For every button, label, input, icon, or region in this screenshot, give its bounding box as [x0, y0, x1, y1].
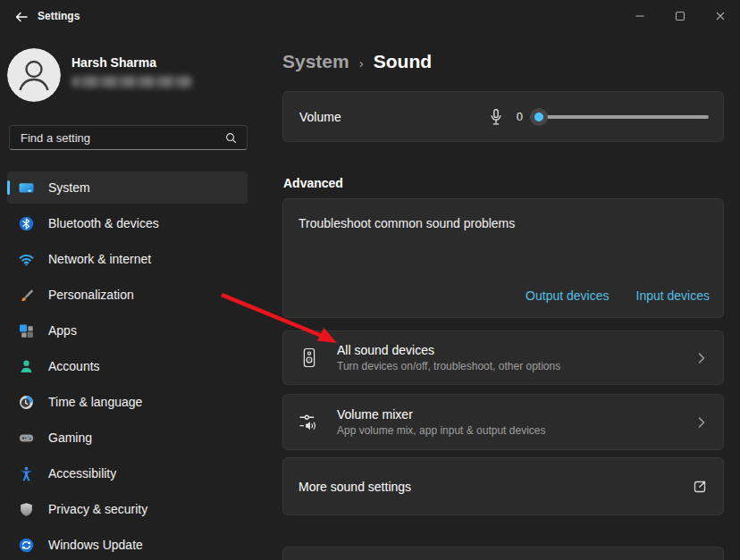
person-icon	[19, 359, 34, 374]
search-input[interactable]	[21, 131, 224, 145]
sidebar-item-label: Accounts	[48, 359, 100, 373]
microphone-icon[interactable]	[487, 108, 505, 126]
titlebar: Settings	[0, 0, 740, 32]
page-title: Sound	[374, 51, 432, 72]
volume-controls: 0	[487, 108, 709, 126]
sidebar-item-windows-update[interactable]: Windows Update	[7, 529, 248, 560]
external-link-icon	[692, 479, 708, 495]
shield-icon	[19, 502, 34, 517]
more-sound-settings-row[interactable]: More sound settings	[282, 457, 724, 515]
sidebar-item-gaming[interactable]: Gaming	[7, 422, 248, 454]
sidebar-item-label: Privacy & security	[48, 502, 147, 516]
close-button[interactable]	[700, 0, 740, 32]
advanced-heading: Advanced	[283, 176, 343, 190]
update-icon	[19, 538, 34, 553]
sidebar-item-privacy-security[interactable]: Privacy & security	[7, 493, 248, 525]
volume-mixer-icon	[299, 412, 320, 433]
sidebar-nav: System Bluetooth & devices Network & int…	[7, 171, 248, 560]
user-name: Harsh Sharma	[71, 55, 156, 70]
volume-card: Volume 0	[282, 91, 724, 142]
close-icon	[715, 11, 726, 21]
sidebar: Harsh Sharma System Bluetooth & devices	[0, 32, 261, 560]
input-devices-link[interactable]: Input devices	[636, 288, 711, 303]
user-email-redacted	[71, 76, 193, 88]
sidebar-item-label: Network & internet	[48, 252, 151, 266]
slider-track[interactable]	[530, 115, 709, 119]
partial-card	[282, 547, 724, 560]
window-controls	[619, 0, 740, 32]
back-arrow-icon	[14, 10, 29, 24]
sidebar-item-label: Apps	[48, 323, 77, 338]
paintbrush-icon	[19, 288, 34, 303]
app-title: Settings	[38, 0, 80, 32]
avatar	[7, 48, 61, 102]
search-box	[9, 125, 248, 150]
row-title: More sound settings	[299, 480, 411, 494]
minimize-button[interactable]	[619, 0, 660, 32]
sidebar-item-bluetooth-devices[interactable]: Bluetooth & devices	[7, 207, 248, 239]
maximize-icon	[675, 11, 685, 21]
selection-indicator	[7, 180, 10, 195]
sidebar-item-label: System	[48, 180, 90, 195]
row-title: All sound devices	[337, 343, 560, 357]
troubleshoot-title: Troubleshoot common sound problems	[299, 216, 708, 230]
sidebar-item-label: Bluetooth & devices	[48, 216, 159, 230]
sidebar-item-accounts[interactable]: Accounts	[7, 350, 248, 382]
volume-label: Volume	[299, 110, 341, 124]
chevron-right-icon	[694, 415, 709, 430]
breadcrumb-system[interactable]: System	[282, 51, 349, 72]
main-content: System › Sound Volume 0 Advanced Trouble…	[282, 32, 724, 560]
troubleshoot-card: Troubleshoot common sound problems Outpu…	[282, 198, 724, 318]
troubleshoot-links: Output devices Input devices	[526, 288, 710, 303]
back-button[interactable]	[9, 6, 34, 28]
sidebar-item-label: Windows Update	[48, 538, 143, 552]
accessibility-icon	[19, 466, 34, 481]
volume-slider[interactable]	[530, 108, 709, 126]
output-devices-link[interactable]: Output devices	[526, 288, 609, 303]
sidebar-item-system[interactable]: System	[7, 171, 248, 204]
sidebar-item-label: Accessibility	[48, 466, 116, 481]
volume-mixer-row[interactable]: Volume mixer App volume mix, app input &…	[282, 394, 724, 450]
system-icon	[19, 180, 34, 196]
bluetooth-icon	[19, 216, 34, 231]
all-sound-devices-row[interactable]: All sound devices Turn devices on/off, t…	[282, 330, 724, 385]
chevron-right-icon	[694, 351, 709, 365]
sidebar-item-network-internet[interactable]: Network & internet	[7, 243, 248, 275]
sidebar-item-apps[interactable]: Apps	[7, 314, 248, 347]
sidebar-item-time-language[interactable]: Time & language	[7, 386, 248, 418]
sidebar-item-personalization[interactable]: Personalization	[7, 279, 248, 311]
search-icon	[224, 131, 238, 145]
gamepad-icon	[19, 430, 34, 446]
sidebar-item-accessibility[interactable]: Accessibility	[7, 457, 248, 489]
row-subtitle: Turn devices on/off, troubleshoot, other…	[337, 360, 560, 372]
breadcrumb: System › Sound	[282, 51, 432, 72]
minimize-icon	[635, 11, 645, 21]
clock-globe-icon	[19, 395, 34, 410]
breadcrumb-separator-icon: ›	[359, 55, 364, 71]
apps-icon	[19, 323, 34, 339]
slider-thumb[interactable]	[530, 108, 548, 126]
row-subtitle: App volume mix, app input & output devic…	[337, 424, 545, 437]
speaker-device-icon	[299, 347, 320, 369]
sidebar-item-label: Time & language	[48, 395, 142, 409]
maximize-button[interactable]	[660, 0, 700, 32]
volume-value: 0	[515, 110, 523, 123]
wifi-icon	[19, 252, 34, 267]
sidebar-item-label: Gaming	[48, 430, 92, 445]
sidebar-item-label: Personalization	[48, 288, 134, 302]
row-title: Volume mixer	[337, 407, 545, 422]
